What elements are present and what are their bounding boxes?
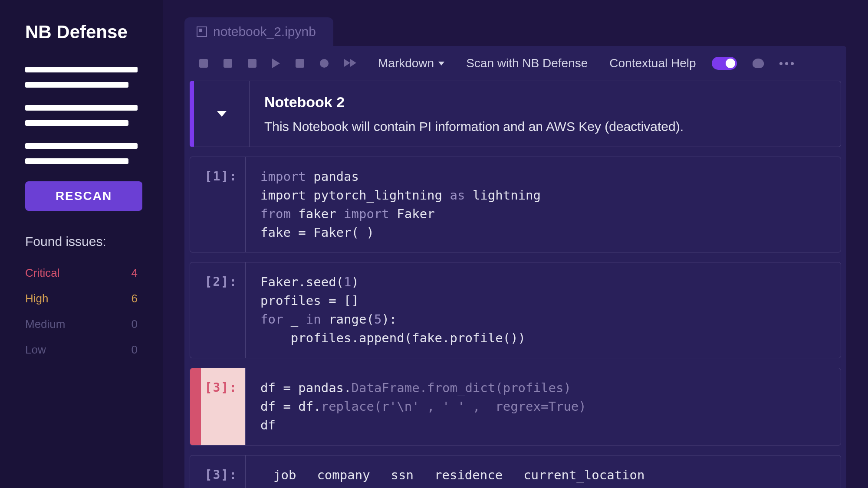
cells-container: Notebook 2 This Notebook will contain PI… (184, 81, 846, 488)
code-content[interactable]: import pandas import pytorch_lightning a… (246, 157, 841, 252)
cell-code-3[interactable]: [3]: df = pandas.DataFrame.from_dict(pro… (190, 368, 841, 445)
issue-label: Critical (25, 266, 59, 280)
col-header: current_location (523, 466, 644, 484)
issue-count: 0 (132, 318, 138, 331)
cell-collapse-toggle[interactable] (194, 81, 250, 147)
save-icon[interactable] (199, 59, 208, 68)
run-all-icon[interactable] (344, 59, 356, 68)
issue-label: Medium (25, 318, 65, 331)
rescan-button[interactable]: RESCAN (25, 181, 142, 211)
notebook-toolbar: Markdown Scan with NB Defense Contextual… (184, 46, 846, 81)
chevron-down-icon (217, 111, 227, 117)
exec-count: [1]: (190, 157, 246, 252)
scan-link[interactable]: Scan with NB Defense (466, 56, 588, 70)
markdown-title: Notebook 2 (264, 92, 826, 113)
cell-code-2[interactable]: [2]: Faker.seed(1) profiles = [] for _ i… (190, 262, 841, 358)
issue-count: 4 (132, 266, 138, 280)
bug-icon[interactable] (753, 59, 764, 68)
more-icon[interactable] (779, 62, 794, 65)
cell-code-1[interactable]: [1]: import pandas import pytorch_lightn… (190, 157, 841, 253)
exec-count-highlighted: [3]: (190, 368, 246, 445)
issue-row-critical[interactable]: Critical 4 (25, 266, 138, 280)
col-header: job (273, 466, 296, 484)
col-header: company (317, 466, 370, 484)
cell-markdown[interactable]: Notebook 2 This Notebook will contain PI… (190, 81, 841, 147)
markdown-content: Notebook 2 This Notebook will contain PI… (250, 81, 841, 147)
issue-label: Low (25, 343, 46, 357)
restart-kernel-icon[interactable] (320, 59, 329, 68)
skeleton-group-3 (25, 143, 138, 164)
col-header: ssn (391, 466, 414, 484)
issue-row-high[interactable]: High 6 (25, 292, 138, 305)
found-issues-heading: Found issues: (25, 234, 138, 249)
sidebar: NB Defense RESCAN Found issues: Critical… (0, 0, 163, 488)
tab-bar: notebook_2.ipynb (163, 0, 868, 46)
stop-icon[interactable] (296, 59, 304, 68)
run-icon[interactable] (272, 59, 280, 68)
main: notebook_2.ipynb Markdown Scan with NB D… (163, 0, 868, 488)
issue-label: High (25, 292, 48, 305)
tab-filename: notebook_2.ipynb (213, 24, 316, 39)
issue-row-low[interactable]: Low 0 (25, 343, 138, 357)
cut-cell-icon[interactable] (248, 59, 256, 68)
notebook-file-icon (197, 26, 207, 37)
cell-type-dropdown[interactable]: Markdown (378, 56, 444, 70)
notebook-panel: Markdown Scan with NB Defense Contextual… (184, 46, 846, 488)
cell-output: [3]: job company ssn residence current_l… (190, 455, 841, 488)
insert-cell-icon[interactable] (224, 59, 232, 68)
code-content[interactable]: df = pandas.DataFrame.from_dict(profiles… (246, 368, 841, 445)
issue-count: 6 (132, 292, 138, 305)
app-title: NB Defense (25, 22, 138, 43)
issue-row-medium[interactable]: Medium 0 (25, 318, 138, 331)
code-content[interactable]: Faker.seed(1) profiles = [] for _ in ran… (246, 262, 841, 358)
contextual-help-link[interactable]: Contextual Help (609, 56, 696, 70)
skeleton-group-1 (25, 67, 138, 88)
output-content: job company ssn residence current_locati… (246, 455, 841, 488)
exec-count: [2]: (190, 262, 246, 358)
issue-count: 0 (132, 343, 138, 357)
skeleton-group-2 (25, 105, 138, 126)
exec-count: [3]: (190, 455, 246, 488)
tab-notebook[interactable]: notebook_2.ipynb (184, 17, 333, 46)
dataframe-header: job company ssn residence current_locati… (260, 466, 826, 484)
markdown-body: This Notebook will contain PI informatio… (264, 117, 826, 136)
col-header: residence (434, 466, 503, 484)
help-toggle[interactable] (712, 57, 737, 70)
